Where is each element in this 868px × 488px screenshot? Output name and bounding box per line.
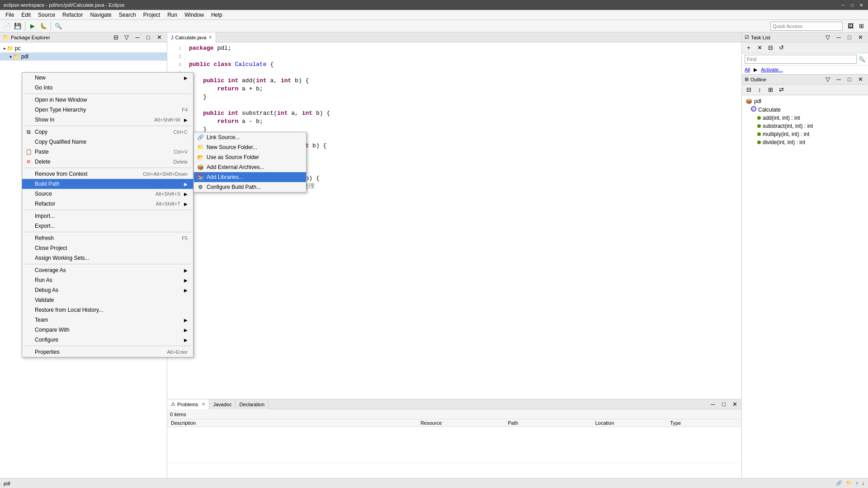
outline-divide[interactable]: divide(int, int) : int: [742, 138, 868, 146]
outline-multiply[interactable]: multiply(int, int) : int: [742, 130, 868, 138]
task-find-icon[interactable]: 🔍: [859, 56, 865, 62]
minimize-button[interactable]: ─: [840, 2, 846, 8]
view-menu-button[interactable]: ⊞: [856, 21, 866, 31]
outline-calculate[interactable]: C Calculate: [742, 105, 868, 114]
ctx-remove-context[interactable]: Remove from Context Ctrl+Alt+Shift+Down: [22, 169, 193, 179]
bp-add-external-archives[interactable]: 📦 Add External Archives...: [194, 162, 306, 172]
outline-collapse-icon[interactable]: ⊟: [744, 85, 754, 95]
ctx-paste[interactable]: 📋 Paste Ctrl+V: [22, 147, 193, 157]
menu-search[interactable]: Search: [115, 11, 140, 19]
outline-menu-icon[interactable]: ▽: [823, 75, 833, 84]
ctx-copy[interactable]: ⧉ Copy Ctrl+C: [22, 127, 193, 137]
ctx-compare-with[interactable]: Compare With ▶: [22, 325, 193, 335]
bottom-max-icon[interactable]: □: [719, 399, 729, 409]
ctx-import[interactable]: Import...: [22, 211, 193, 221]
new-button[interactable]: 📄: [2, 21, 12, 31]
outline-filter-icon[interactable]: ⊞: [765, 85, 775, 95]
menu-window[interactable]: Window: [181, 11, 208, 19]
tree-arrow-pdl: ▸: [10, 54, 12, 59]
outline-sort-icon[interactable]: ↕: [755, 85, 764, 95]
ctx-new[interactable]: New ▶: [22, 73, 193, 83]
outline-min-icon[interactable]: ─: [834, 75, 844, 84]
task-list-max-icon[interactable]: □: [844, 33, 854, 42]
tab-problems[interactable]: ⚠ Problems ✕: [167, 399, 209, 409]
editor-content[interactable]: 1 package pdl; 2 3 public class Calculat…: [167, 42, 741, 399]
tree-item-pc[interactable]: ▸ 📁 pc: [0, 44, 167, 52]
ctx-delete[interactable]: ✕ Delete Delete: [22, 157, 193, 167]
ctx-build-path[interactable]: Build Path ▶: [22, 179, 193, 189]
task-all-link[interactable]: All: [745, 67, 750, 73]
task-find-input[interactable]: [745, 55, 857, 64]
pkg-menu-icon[interactable]: ▽: [122, 33, 132, 42]
ctx-run-as[interactable]: Run As ▶: [22, 275, 193, 285]
ctx-go-into[interactable]: Go Into: [22, 83, 193, 93]
ctx-properties[interactable]: Properties Alt+Enter: [22, 347, 193, 357]
ctx-open-type-hierarchy[interactable]: Open Type Hierarchy F4: [22, 105, 193, 115]
ctx-assign-working-sets[interactable]: Assign Working Sets...: [22, 253, 193, 263]
ctx-coverage-as[interactable]: Coverage As ▶: [22, 265, 193, 275]
ctx-open-new-window[interactable]: Open in New Window: [22, 95, 193, 105]
save-button[interactable]: 💾: [13, 21, 23, 31]
bp-new-source-folder[interactable]: 📁 New Source Folder...: [194, 142, 306, 152]
debug-button[interactable]: 🐛: [38, 21, 48, 31]
outline-max-icon[interactable]: □: [844, 75, 854, 84]
bottom-close-icon[interactable]: ✕: [730, 399, 740, 409]
run-button[interactable]: ▶: [28, 21, 38, 31]
task-list-min-icon[interactable]: ─: [834, 33, 844, 42]
open-perspective-button[interactable]: 🖼: [845, 21, 855, 31]
task-filter-icon[interactable]: ⊟: [765, 43, 775, 53]
editor-tab-calculate[interactable]: J Calculate.java ✕: [167, 33, 216, 42]
bp-add-libraries[interactable]: 📚 Add Libraries...: [194, 172, 306, 182]
pkg-min-icon[interactable]: ─: [132, 33, 142, 42]
ctx-configure[interactable]: Configure ▶: [22, 335, 193, 345]
quick-access-input[interactable]: [770, 22, 843, 31]
ctx-source[interactable]: Source Alt+Shift+S ▶: [22, 189, 193, 199]
ctx-team[interactable]: Team ▶: [22, 315, 193, 325]
ctx-refresh[interactable]: Refresh F5: [22, 233, 193, 243]
task-activate-link[interactable]: Activate...: [761, 67, 783, 73]
ctx-close-project[interactable]: Close Project: [22, 243, 193, 253]
tab-javadoc[interactable]: Javadoc: [209, 399, 236, 409]
maximize-button[interactable]: □: [849, 2, 855, 8]
ctx-export[interactable]: Export...: [22, 221, 193, 231]
task-list-menu-icon[interactable]: ▽: [823, 33, 833, 42]
task-list-close-icon[interactable]: ✕: [855, 33, 865, 42]
bp-link-source[interactable]: 🔗 Link Source...: [194, 132, 306, 142]
menu-refactor[interactable]: Refactor: [59, 11, 86, 19]
ctx-copy-qualified[interactable]: Copy Qualified Name: [22, 137, 193, 147]
menu-navigate[interactable]: Navigate: [86, 11, 115, 19]
outline-close-icon[interactable]: ✕: [855, 75, 865, 84]
search-button[interactable]: 🔍: [53, 21, 63, 31]
task-refresh-icon[interactable]: ↺: [776, 43, 786, 53]
menu-source[interactable]: Source: [34, 11, 59, 19]
ctx-show-in[interactable]: Show In Alt+Shift+W ▶: [22, 115, 193, 125]
ctx-refactor[interactable]: Refactor Alt+Shift+T ▶: [22, 199, 193, 209]
menu-file[interactable]: File: [2, 11, 18, 19]
editor-tab-close[interactable]: ✕: [208, 35, 212, 40]
tab-declaration[interactable]: Declaration: [236, 399, 269, 409]
menu-edit[interactable]: Edit: [18, 11, 34, 19]
ctx-restore-history[interactable]: Restore from Local History...: [22, 305, 193, 315]
ctx-validate[interactable]: Validate: [22, 295, 193, 305]
menu-project[interactable]: Project: [140, 11, 164, 19]
pkg-max-icon[interactable]: □: [143, 33, 153, 42]
tab-problems-close[interactable]: ✕: [202, 402, 205, 407]
outline-sync-icon[interactable]: ⇄: [776, 85, 786, 95]
task-del-icon[interactable]: ✕: [755, 43, 764, 53]
outline-add[interactable]: add(int, int) : int: [742, 114, 868, 122]
package-explorer-panel: 📁 Package Explorer ⊟ ▽ ─ □ ✕ ▸ 📁 pc ▸ 📁 …: [0, 33, 167, 478]
menu-run[interactable]: Run: [164, 11, 181, 19]
outline-substract[interactable]: substract(int, int) : int: [742, 122, 868, 130]
pkg-collapse-icon[interactable]: ⊟: [111, 33, 121, 42]
outline-pdl[interactable]: 📦 pdl: [742, 97, 868, 105]
ctx-debug-as[interactable]: Debug As ▶: [22, 285, 193, 295]
menu-help[interactable]: Help: [208, 11, 226, 19]
pkg-close-icon[interactable]: ✕: [154, 33, 164, 42]
bp-use-as-source-folder[interactable]: 📂 Use as Source Folder: [194, 152, 306, 162]
tree-item-pdl[interactable]: ▸ 📁 pdl: [0, 52, 167, 61]
bottom-min-icon[interactable]: ─: [708, 399, 718, 409]
close-button[interactable]: ✕: [858, 2, 864, 8]
task-add-icon[interactable]: +: [744, 43, 754, 53]
bp-configure-build-path[interactable]: ⚙ Configure Build Path...: [194, 182, 306, 192]
ctx-open-new-window-label: Open in New Window: [35, 97, 188, 103]
